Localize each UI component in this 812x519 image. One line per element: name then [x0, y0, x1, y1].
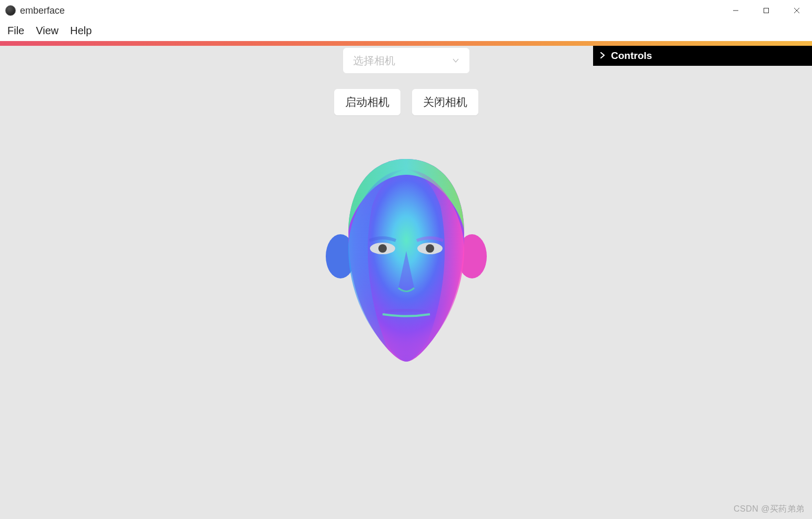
camera-button-row: 启动相机 关闭相机	[334, 89, 478, 115]
start-camera-button[interactable]: 启动相机	[334, 89, 400, 115]
titlebar: emberface	[0, 0, 812, 21]
close-icon	[794, 7, 800, 14]
accent-bar	[0, 41, 812, 46]
stop-camera-button[interactable]: 关闭相机	[412, 89, 478, 115]
menu-file[interactable]: File	[7, 25, 24, 37]
svg-point-7	[378, 244, 387, 253]
watermark: CSDN @买药弟弟	[734, 504, 805, 515]
app-title: emberface	[20, 5, 65, 16]
chevron-right-icon	[599, 51, 606, 61]
face-3d-view[interactable]	[319, 154, 493, 364]
minimize-icon	[733, 7, 739, 14]
workspace: 选择相机 启动相机 关闭相机 Controls	[0, 46, 812, 519]
svg-rect-1	[764, 8, 769, 13]
maximize-button[interactable]	[751, 0, 781, 21]
titlebar-left: emberface	[5, 5, 65, 16]
svg-point-9	[426, 244, 434, 253]
chevron-down-icon	[452, 55, 459, 67]
window-controls	[720, 0, 812, 21]
menubar: File View Help	[0, 21, 812, 41]
close-button[interactable]	[781, 0, 812, 21]
menu-view[interactable]: View	[36, 25, 58, 37]
controls-panel-label: Controls	[611, 50, 652, 62]
controls-panel-header[interactable]: Controls	[593, 46, 812, 66]
minimize-button[interactable]	[720, 0, 751, 21]
menu-help[interactable]: Help	[70, 25, 92, 37]
camera-select-placeholder: 选择相机	[353, 54, 395, 68]
maximize-icon	[763, 7, 769, 14]
camera-select[interactable]: 选择相机	[343, 48, 469, 73]
app-icon	[5, 5, 16, 16]
